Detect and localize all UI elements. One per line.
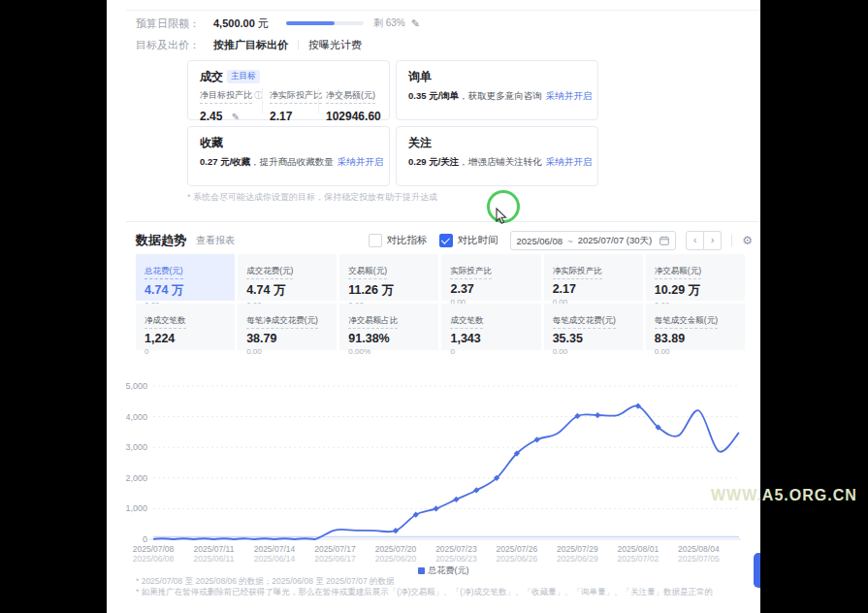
- svg-text:2025/06/11: 2025/06/11: [194, 554, 235, 564]
- compare-time-label: 对比时间: [458, 234, 498, 247]
- svg-text:2025/07/17: 2025/07/17: [314, 544, 356, 554]
- svg-text:2025/07/02: 2025/07/02: [618, 554, 659, 564]
- svg-text:2025/06/26: 2025/06/26: [497, 554, 538, 564]
- main-content: 预算日限额： 4,500.00 元 剩 63% ✎ 目标及出价： 按推广目标出价…: [126, 0, 760, 613]
- metric-net-actual-roi: 净实际投产比 2.17: [270, 84, 322, 123]
- bid-tab-divider: [298, 40, 299, 49]
- compare-metric-label: 对比指标: [387, 234, 428, 247]
- trend-line-chart[interactable]: 5,0004,0003,0002,0001,00002025/07/082025…: [126, 378, 760, 565]
- metric-card-7[interactable]: 每笔净成交花费(元)38.790.00: [238, 304, 337, 350]
- svg-text:2025/06/14: 2025/06/14: [254, 554, 296, 564]
- top-divider: [126, 10, 760, 11]
- left-black-mask: [0, 0, 107, 613]
- svg-text:2025/08/01: 2025/08/01: [618, 544, 659, 554]
- next-period-button[interactable]: ›: [704, 231, 722, 250]
- metric-card-6[interactable]: 净成交笔数1,2240: [136, 304, 235, 350]
- budget-slider[interactable]: [286, 21, 364, 25]
- svg-text:2025/06/17: 2025/06/17: [314, 554, 356, 564]
- bid-tab-by-impression[interactable]: 按曝光计费: [308, 38, 362, 52]
- svg-text:2025/06/29: 2025/06/29: [557, 554, 598, 564]
- goal-card-favorite[interactable]: 收藏 0.27 元/收藏，提升商品收藏数量采纳并开启: [187, 126, 390, 186]
- adopt-enable-link[interactable]: 采纳并开启: [546, 90, 593, 101]
- svg-text:2,000: 2,000: [126, 473, 147, 483]
- svg-text:2025/07/05: 2025/07/05: [678, 554, 720, 564]
- budget-value: 4,500.00 元: [213, 16, 269, 31]
- bid-tab-by-goal[interactable]: 按推广目标出价: [213, 38, 288, 52]
- metric-card-1[interactable]: 成交花费(元)4.74 万0.00: [238, 254, 337, 301]
- date-range-picker[interactable]: 2025/06/08~2025/07/07 (30天): [510, 231, 677, 250]
- legend-label: 总花费(元): [429, 565, 469, 575]
- bid-row: 目标及出价： 按推广目标出价 按曝光计费: [136, 37, 756, 52]
- goal-card-deal[interactable]: 成交 主目标 净目标投产比ⓘ 2.45 ✎ 净实际投产比 2.17 净交易额(元…: [187, 60, 390, 120]
- svg-text:3,000: 3,000: [126, 442, 147, 452]
- metric-card-8[interactable]: 净交易额占比91.38%0.00%: [339, 304, 438, 350]
- legend-marker: [418, 567, 425, 574]
- trend-title: 数据趋势: [136, 232, 186, 249]
- metric-net-target-roi: 净目标投产比ⓘ 2.45 ✎: [200, 84, 263, 123]
- trend-header: 数据趋势 查看报表 对比指标 对比时间 2025/06/08~2025/07/0…: [136, 231, 753, 250]
- budget-remaining: 剩 63%: [373, 16, 405, 30]
- metric-card-5[interactable]: 净交易额(元)10.29 万0.00: [646, 254, 745, 301]
- goal-card-follow[interactable]: 关注 0.29 元/关注，增强店铺关注转化采纳并开启: [396, 126, 598, 186]
- svg-text:2025/06/23: 2025/06/23: [435, 554, 477, 564]
- calendar-icon: [659, 236, 669, 245]
- budget-row: 预算日限额： 4,500.00 元 剩 63% ✎: [136, 16, 756, 31]
- svg-text:1,000: 1,000: [126, 503, 147, 513]
- goal-card-deal-title: 成交: [200, 69, 223, 85]
- compare-time-checkbox[interactable]: [439, 234, 453, 247]
- mouse-cursor-icon: [496, 208, 509, 225]
- footnote-2: * 如果推广在暂停或删除前已经获得了曝光，那么在暂停或重建后展示「(净)交易额」…: [136, 587, 713, 598]
- svg-text:4,000: 4,000: [126, 412, 147, 422]
- primary-goal-badge: 主目标: [227, 70, 260, 83]
- svg-text:5,000: 5,000: [126, 381, 147, 391]
- metric-card-9[interactable]: 成交笔数1,3430: [441, 304, 540, 350]
- metric-card-10[interactable]: 每笔成交花费(元)35.350.00: [544, 304, 643, 350]
- svg-text:2025/07/26: 2025/07/26: [497, 544, 538, 554]
- metric-card-grid: 总花费(元)4.74 万0.00成交花费(元)4.74 万0.00交易额(元)1…: [136, 254, 745, 350]
- svg-text:2025/07/23: 2025/07/23: [435, 544, 477, 554]
- metric-card-0[interactable]: 总花费(元)4.74 万0.00: [136, 254, 235, 301]
- prev-period-button[interactable]: ‹: [686, 231, 704, 250]
- svg-text:2025/07/29: 2025/07/29: [557, 544, 598, 554]
- svg-text:2025/06/20: 2025/06/20: [375, 554, 417, 564]
- svg-text:2025/08/04: 2025/08/04: [678, 544, 720, 554]
- app-window: 广详情 意广诊断记录 预算日限额： 4,500.00 元 剩 63% ✎ 目标及…: [0, 0, 868, 613]
- budget-label: 预算日限额：: [136, 16, 200, 31]
- right-black-mask: [760, 0, 868, 613]
- metric-card-2[interactable]: 交易额(元)11.26 万0.00: [339, 254, 438, 301]
- metric-card-3[interactable]: 实际投产比2.370.00: [441, 254, 540, 301]
- section-divider: [126, 221, 760, 222]
- budget-edit-pencil-icon[interactable]: ✎: [411, 17, 420, 30]
- svg-text:2025/07/20: 2025/07/20: [375, 544, 417, 554]
- view-report-link[interactable]: 查看报表: [196, 234, 235, 247]
- metric-card-11[interactable]: 每笔成交金额(元)83.890.00: [646, 304, 745, 350]
- metric-card-4[interactable]: 净实际投产比2.170.00: [544, 254, 643, 301]
- svg-text:2025/07/11: 2025/07/11: [194, 544, 235, 554]
- svg-text:2025/06/08: 2025/06/08: [133, 554, 175, 564]
- adopt-enable-link[interactable]: 采纳并开启: [338, 156, 384, 167]
- goal-note: * 系统会尽可能达成你设置的目标，保持稳定投放有助于提升达成: [187, 191, 437, 204]
- goal-card-inquiry[interactable]: 询单 0.35 元/询单，获取更多意向咨询采纳并开启: [396, 60, 598, 120]
- adopt-enable-link[interactable]: 采纳并开启: [546, 156, 593, 167]
- compare-metric-checkbox[interactable]: [369, 234, 382, 247]
- bid-label: 目标及出价：: [136, 38, 200, 52]
- watermark: WWW.A5.ORG.CN: [711, 487, 857, 504]
- svg-text:2025/07/14: 2025/07/14: [254, 544, 296, 554]
- roi-edit-pencil-icon[interactable]: ✎: [232, 112, 240, 122]
- svg-text:0: 0: [143, 534, 147, 544]
- metric-net-transaction-amount: 净交易额(元) 102946.60: [326, 84, 381, 123]
- svg-text:2025/07/08: 2025/07/08: [133, 544, 175, 554]
- settings-gear-icon[interactable]: ⚙: [742, 234, 753, 247]
